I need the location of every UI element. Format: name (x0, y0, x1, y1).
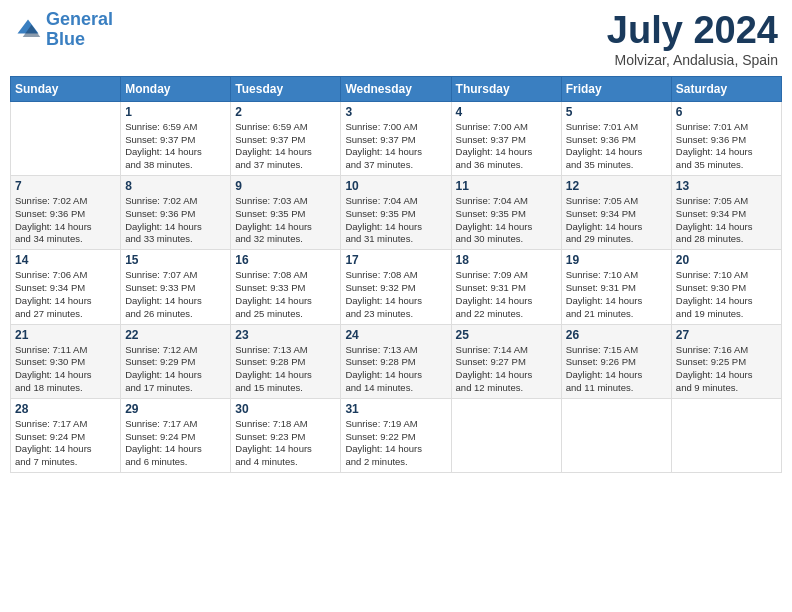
day-number: 6 (676, 105, 777, 119)
day-number: 14 (15, 253, 116, 267)
day-info: Sunrise: 7:14 AM Sunset: 9:27 PM Dayligh… (456, 344, 557, 395)
day-number: 20 (676, 253, 777, 267)
page-header: General Blue July 2024 Molvizar, Andalus… (10, 10, 782, 68)
week-row-1: 7Sunrise: 7:02 AM Sunset: 9:36 PM Daylig… (11, 176, 782, 250)
day-info: Sunrise: 7:01 AM Sunset: 9:36 PM Dayligh… (566, 121, 667, 172)
day-info: Sunrise: 7:11 AM Sunset: 9:30 PM Dayligh… (15, 344, 116, 395)
day-number: 3 (345, 105, 446, 119)
day-info: Sunrise: 7:05 AM Sunset: 9:34 PM Dayligh… (566, 195, 667, 246)
day-info: Sunrise: 7:02 AM Sunset: 9:36 PM Dayligh… (15, 195, 116, 246)
day-info: Sunrise: 7:03 AM Sunset: 9:35 PM Dayligh… (235, 195, 336, 246)
calendar-cell: 6Sunrise: 7:01 AM Sunset: 9:36 PM Daylig… (671, 101, 781, 175)
day-info: Sunrise: 7:19 AM Sunset: 9:22 PM Dayligh… (345, 418, 446, 469)
day-number: 11 (456, 179, 557, 193)
day-number: 4 (456, 105, 557, 119)
day-number: 12 (566, 179, 667, 193)
day-info: Sunrise: 7:08 AM Sunset: 9:33 PM Dayligh… (235, 269, 336, 320)
day-number: 29 (125, 402, 226, 416)
day-number: 25 (456, 328, 557, 342)
calendar-cell: 15Sunrise: 7:07 AM Sunset: 9:33 PM Dayli… (121, 250, 231, 324)
day-number: 21 (15, 328, 116, 342)
calendar-cell: 12Sunrise: 7:05 AM Sunset: 9:34 PM Dayli… (561, 176, 671, 250)
calendar-cell: 11Sunrise: 7:04 AM Sunset: 9:35 PM Dayli… (451, 176, 561, 250)
calendar-cell (451, 398, 561, 472)
day-info: Sunrise: 7:00 AM Sunset: 9:37 PM Dayligh… (456, 121, 557, 172)
location: Molvizar, Andalusia, Spain (607, 52, 778, 68)
weekday-header-row: SundayMondayTuesdayWednesdayThursdayFrid… (11, 76, 782, 101)
day-number: 27 (676, 328, 777, 342)
weekday-header-tuesday: Tuesday (231, 76, 341, 101)
calendar-cell: 7Sunrise: 7:02 AM Sunset: 9:36 PM Daylig… (11, 176, 121, 250)
day-number: 13 (676, 179, 777, 193)
day-info: Sunrise: 7:05 AM Sunset: 9:34 PM Dayligh… (676, 195, 777, 246)
week-row-4: 28Sunrise: 7:17 AM Sunset: 9:24 PM Dayli… (11, 398, 782, 472)
day-info: Sunrise: 6:59 AM Sunset: 9:37 PM Dayligh… (235, 121, 336, 172)
calendar-cell: 27Sunrise: 7:16 AM Sunset: 9:25 PM Dayli… (671, 324, 781, 398)
day-number: 8 (125, 179, 226, 193)
calendar-cell: 22Sunrise: 7:12 AM Sunset: 9:29 PM Dayli… (121, 324, 231, 398)
calendar-cell: 1Sunrise: 6:59 AM Sunset: 9:37 PM Daylig… (121, 101, 231, 175)
day-number: 30 (235, 402, 336, 416)
day-number: 15 (125, 253, 226, 267)
weekday-header-wednesday: Wednesday (341, 76, 451, 101)
day-info: Sunrise: 7:07 AM Sunset: 9:33 PM Dayligh… (125, 269, 226, 320)
calendar-cell: 10Sunrise: 7:04 AM Sunset: 9:35 PM Dayli… (341, 176, 451, 250)
logo-line2: Blue (46, 29, 85, 49)
day-number: 19 (566, 253, 667, 267)
day-number: 26 (566, 328, 667, 342)
day-info: Sunrise: 7:09 AM Sunset: 9:31 PM Dayligh… (456, 269, 557, 320)
calendar-cell: 14Sunrise: 7:06 AM Sunset: 9:34 PM Dayli… (11, 250, 121, 324)
day-info: Sunrise: 7:15 AM Sunset: 9:26 PM Dayligh… (566, 344, 667, 395)
calendar-cell: 3Sunrise: 7:00 AM Sunset: 9:37 PM Daylig… (341, 101, 451, 175)
weekday-header-thursday: Thursday (451, 76, 561, 101)
day-number: 16 (235, 253, 336, 267)
calendar-cell: 25Sunrise: 7:14 AM Sunset: 9:27 PM Dayli… (451, 324, 561, 398)
day-info: Sunrise: 6:59 AM Sunset: 9:37 PM Dayligh… (125, 121, 226, 172)
weekday-header-saturday: Saturday (671, 76, 781, 101)
calendar-cell: 21Sunrise: 7:11 AM Sunset: 9:30 PM Dayli… (11, 324, 121, 398)
day-info: Sunrise: 7:18 AM Sunset: 9:23 PM Dayligh… (235, 418, 336, 469)
calendar-cell: 26Sunrise: 7:15 AM Sunset: 9:26 PM Dayli… (561, 324, 671, 398)
calendar-cell: 29Sunrise: 7:17 AM Sunset: 9:24 PM Dayli… (121, 398, 231, 472)
day-info: Sunrise: 7:17 AM Sunset: 9:24 PM Dayligh… (15, 418, 116, 469)
day-info: Sunrise: 7:06 AM Sunset: 9:34 PM Dayligh… (15, 269, 116, 320)
logo-line1: General (46, 9, 113, 29)
day-number: 7 (15, 179, 116, 193)
day-number: 24 (345, 328, 446, 342)
day-number: 23 (235, 328, 336, 342)
logo: General Blue (14, 10, 113, 50)
day-info: Sunrise: 7:17 AM Sunset: 9:24 PM Dayligh… (125, 418, 226, 469)
calendar-cell: 31Sunrise: 7:19 AM Sunset: 9:22 PM Dayli… (341, 398, 451, 472)
day-number: 2 (235, 105, 336, 119)
day-info: Sunrise: 7:04 AM Sunset: 9:35 PM Dayligh… (345, 195, 446, 246)
weekday-header-friday: Friday (561, 76, 671, 101)
calendar-cell: 13Sunrise: 7:05 AM Sunset: 9:34 PM Dayli… (671, 176, 781, 250)
day-info: Sunrise: 7:04 AM Sunset: 9:35 PM Dayligh… (456, 195, 557, 246)
day-info: Sunrise: 7:13 AM Sunset: 9:28 PM Dayligh… (345, 344, 446, 395)
calendar-cell: 24Sunrise: 7:13 AM Sunset: 9:28 PM Dayli… (341, 324, 451, 398)
calendar-cell: 8Sunrise: 7:02 AM Sunset: 9:36 PM Daylig… (121, 176, 231, 250)
calendar-cell: 30Sunrise: 7:18 AM Sunset: 9:23 PM Dayli… (231, 398, 341, 472)
day-number: 9 (235, 179, 336, 193)
weekday-header-sunday: Sunday (11, 76, 121, 101)
week-row-2: 14Sunrise: 7:06 AM Sunset: 9:34 PM Dayli… (11, 250, 782, 324)
calendar-cell: 4Sunrise: 7:00 AM Sunset: 9:37 PM Daylig… (451, 101, 561, 175)
day-info: Sunrise: 7:01 AM Sunset: 9:36 PM Dayligh… (676, 121, 777, 172)
calendar-cell: 23Sunrise: 7:13 AM Sunset: 9:28 PM Dayli… (231, 324, 341, 398)
day-info: Sunrise: 7:10 AM Sunset: 9:31 PM Dayligh… (566, 269, 667, 320)
day-info: Sunrise: 7:12 AM Sunset: 9:29 PM Dayligh… (125, 344, 226, 395)
day-info: Sunrise: 7:10 AM Sunset: 9:30 PM Dayligh… (676, 269, 777, 320)
calendar-cell: 9Sunrise: 7:03 AM Sunset: 9:35 PM Daylig… (231, 176, 341, 250)
day-number: 28 (15, 402, 116, 416)
weekday-header-monday: Monday (121, 76, 231, 101)
day-info: Sunrise: 7:13 AM Sunset: 9:28 PM Dayligh… (235, 344, 336, 395)
calendar-cell (11, 101, 121, 175)
day-info: Sunrise: 7:02 AM Sunset: 9:36 PM Dayligh… (125, 195, 226, 246)
logo-text: General Blue (46, 10, 113, 50)
day-number: 5 (566, 105, 667, 119)
calendar: SundayMondayTuesdayWednesdayThursdayFrid… (10, 76, 782, 473)
calendar-cell (561, 398, 671, 472)
day-number: 22 (125, 328, 226, 342)
calendar-cell: 17Sunrise: 7:08 AM Sunset: 9:32 PM Dayli… (341, 250, 451, 324)
day-number: 18 (456, 253, 557, 267)
